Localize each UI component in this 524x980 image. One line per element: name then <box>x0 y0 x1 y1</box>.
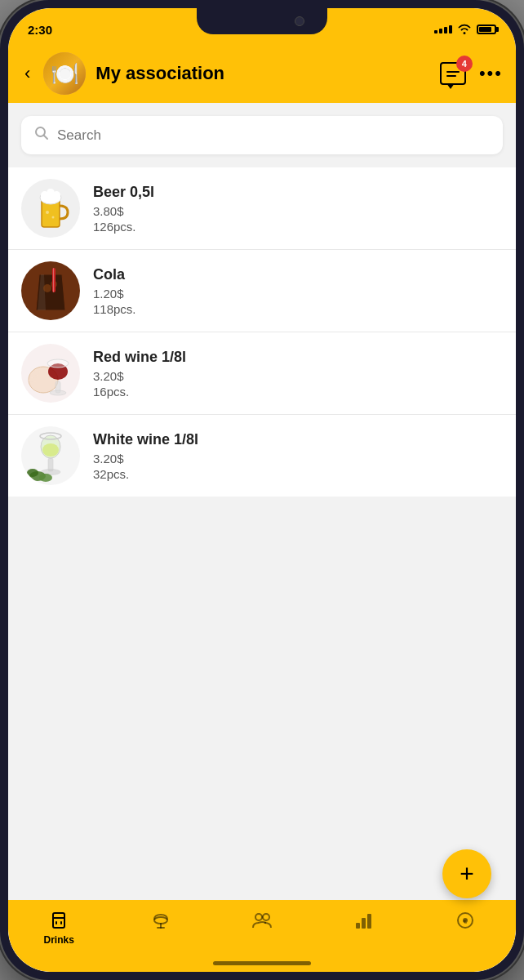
product-name: Beer 0,5l <box>93 184 503 201</box>
battery-fill <box>479 27 491 32</box>
more-button[interactable]: ••• <box>479 63 503 84</box>
status-time: 2:30 <box>28 23 52 37</box>
svg-point-17 <box>47 359 69 368</box>
back-button[interactable]: ‹ <box>21 60 33 87</box>
empty-area <box>8 497 516 676</box>
svg-line-1 <box>44 136 48 140</box>
notification-badge: 4 <box>456 56 473 72</box>
list-item[interactable]: Red wine 1/8l 3.20$ 16pcs. <box>8 332 516 415</box>
nav-item-members[interactable] <box>211 906 313 931</box>
search-icon <box>34 126 49 145</box>
chat-button-wrap[interactable]: 4 <box>440 62 466 85</box>
product-qty: 32pcs. <box>93 467 503 481</box>
product-image-beer <box>21 179 80 238</box>
product-image-cola <box>21 261 80 320</box>
product-image-whitewine <box>21 426 80 485</box>
product-price: 1.20$ <box>93 287 503 301</box>
nav-item-food[interactable] <box>109 906 211 931</box>
product-image-redwine <box>21 344 80 403</box>
product-info-redwine: Red wine 1/8l 3.20$ 16pcs. <box>93 349 503 399</box>
list-item[interactable]: Cola 1.20$ 118pcs. <box>8 250 516 332</box>
avatar-image <box>43 52 86 95</box>
add-button[interactable]: + <box>442 849 491 898</box>
product-price: 3.20$ <box>93 452 503 466</box>
product-info-beer: Beer 0,5l 3.80$ 126pcs. <box>93 184 503 234</box>
search-container <box>8 103 516 167</box>
svg-rect-28 <box>53 913 64 928</box>
drinks-icon <box>48 910 69 931</box>
notch <box>197 8 327 34</box>
nav-item-drinks[interactable]: Drinks <box>8 906 109 946</box>
avatar[interactable] <box>43 52 86 95</box>
product-qty: 118pcs. <box>93 302 503 316</box>
product-price: 3.80$ <box>93 204 503 218</box>
drinks-label: Drinks <box>44 934 74 946</box>
header: ‹ My association 4 • <box>8 44 516 103</box>
wifi-icon <box>457 23 472 37</box>
svg-point-27 <box>27 469 38 477</box>
product-info-whitewine: White wine 1/8l 3.20$ 32pcs. <box>93 431 503 481</box>
product-price: 3.20$ <box>93 369 503 383</box>
product-name: Cola <box>93 266 503 283</box>
signal-icon <box>434 25 452 33</box>
svg-point-9 <box>43 284 51 292</box>
scrollable-content[interactable]: Beer 0,5l 3.80$ 126pcs. <box>8 103 516 972</box>
header-actions: 4 ••• <box>440 62 503 85</box>
svg-point-35 <box>255 914 262 920</box>
svg-rect-39 <box>367 914 371 929</box>
nav-item-stats[interactable] <box>313 906 414 931</box>
product-list: Beer 0,5l 3.80$ 126pcs. <box>8 167 516 497</box>
home-indicator <box>213 961 311 965</box>
svg-rect-30 <box>56 921 57 924</box>
svg-point-32 <box>154 917 167 924</box>
svg-point-36 <box>263 914 269 920</box>
product-name: White wine 1/8l <box>93 431 503 448</box>
food-icon <box>150 910 171 931</box>
product-qty: 126pcs. <box>93 220 503 234</box>
page-title: My association <box>95 63 430 84</box>
svg-rect-31 <box>60 921 62 924</box>
product-qty: 16pcs. <box>93 385 503 399</box>
list-item[interactable]: White wine 1/8l 3.20$ 32pcs. <box>8 415 516 497</box>
list-item[interactable]: Beer 0,5l 3.80$ 126pcs. <box>8 167 516 250</box>
product-name: Red wine 1/8l <box>93 349 503 366</box>
nav-item-settings[interactable]: € <box>415 906 516 931</box>
app-screen: 2:30 <box>8 8 516 972</box>
svg-point-21 <box>42 443 59 457</box>
svg-point-19 <box>50 390 66 395</box>
stats-icon <box>353 910 374 931</box>
front-camera <box>295 16 304 26</box>
phone-frame: 2:30 <box>0 0 524 980</box>
svg-point-6 <box>52 191 60 199</box>
svg-point-8 <box>52 216 55 219</box>
svg-rect-38 <box>362 918 366 929</box>
members-icon <box>251 910 273 931</box>
settings-icon: € <box>455 910 476 931</box>
svg-text:€: € <box>464 918 468 925</box>
status-icons <box>434 23 496 37</box>
search-input[interactable] <box>57 127 490 144</box>
battery-icon <box>477 24 496 34</box>
screen: 2:30 <box>8 8 516 972</box>
search-box[interactable] <box>21 116 503 154</box>
svg-rect-12 <box>53 268 54 292</box>
svg-point-7 <box>46 211 49 214</box>
product-info-cola: Cola 1.20$ 118pcs. <box>93 266 503 316</box>
svg-point-26 <box>39 474 52 482</box>
svg-rect-37 <box>356 923 360 929</box>
